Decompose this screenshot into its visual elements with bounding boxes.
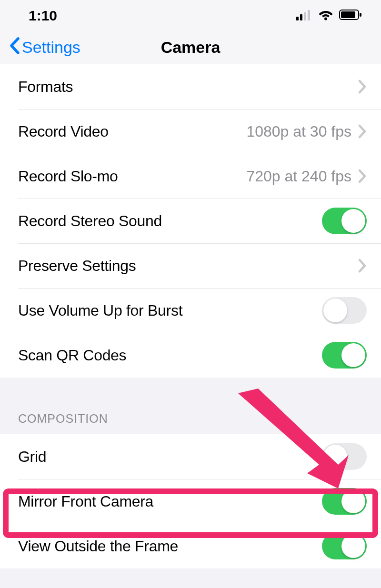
chevron-right-icon — [358, 124, 367, 139]
row-label: Formats — [18, 78, 358, 96]
row-label: Scan QR Codes — [18, 347, 322, 364]
svg-rect-0 — [296, 17, 299, 20]
page-title: Camera — [161, 38, 221, 57]
row-label: Preserve Settings — [18, 257, 358, 275]
back-button[interactable]: Settings — [9, 37, 80, 59]
row-label: Mirror Front Camera — [18, 493, 322, 510]
row-label: Record Slo-mo — [18, 168, 246, 185]
row-label: Record Video — [18, 123, 246, 140]
svg-rect-1 — [300, 14, 302, 20]
row-mirror-front-camera: Mirror Front Camera — [0, 479, 381, 524]
status-time: 1:10 — [29, 8, 57, 24]
toggle-grid[interactable] — [322, 443, 367, 470]
chevron-right-icon — [358, 80, 367, 94]
toggle-mirror-front-camera[interactable] — [322, 488, 367, 515]
back-label: Settings — [22, 38, 80, 57]
chevron-right-icon — [358, 169, 367, 183]
settings-section-composition: Grid Mirror Front Camera View Outside th… — [0, 434, 381, 568]
row-label: Use Volume Up for Burst — [18, 302, 322, 319]
row-record-stereo-sound: Record Stereo Sound — [0, 199, 381, 243]
svg-rect-7 — [360, 13, 361, 17]
row-volume-up-burst: Use Volume Up for Burst — [0, 288, 381, 333]
toggle-volume-up-burst[interactable] — [322, 297, 367, 324]
row-label: Record Stereo Sound — [18, 212, 322, 230]
svg-point-4 — [324, 17, 327, 20]
row-grid: Grid — [0, 434, 381, 479]
section-header-composition: COMPOSITION — [0, 378, 381, 434]
status-icons — [296, 8, 362, 24]
svg-rect-2 — [304, 12, 306, 20]
battery-icon — [339, 8, 362, 24]
wifi-icon — [318, 8, 333, 24]
row-label: Grid — [18, 448, 322, 466]
row-view-outside-frame: View Outside the Frame — [0, 524, 381, 568]
chevron-right-icon — [358, 259, 367, 273]
row-value: 720p at 240 fps — [246, 168, 351, 185]
svg-rect-6 — [341, 11, 355, 18]
status-bar: 1:10 — [0, 0, 381, 31]
svg-rect-3 — [308, 10, 310, 20]
chevron-left-icon — [9, 37, 20, 59]
row-scan-qr-codes: Scan QR Codes — [0, 333, 381, 378]
row-label: View Outside the Frame — [18, 538, 322, 555]
row-record-slomo[interactable]: Record Slo-mo 720p at 240 fps — [0, 154, 381, 199]
row-preserve-settings[interactable]: Preserve Settings — [0, 243, 381, 288]
row-value: 1080p at 30 fps — [246, 123, 351, 140]
toggle-scan-qr-codes[interactable] — [322, 342, 367, 369]
settings-section-main: Formats Record Video 1080p at 30 fps Rec… — [0, 64, 381, 378]
cellular-icon — [296, 8, 312, 24]
row-record-video[interactable]: Record Video 1080p at 30 fps — [0, 109, 381, 154]
nav-bar: Settings Camera — [0, 31, 381, 64]
toggle-view-outside-frame[interactable] — [322, 533, 367, 559]
toggle-stereo-sound[interactable] — [322, 208, 367, 234]
row-formats[interactable]: Formats — [0, 64, 381, 109]
